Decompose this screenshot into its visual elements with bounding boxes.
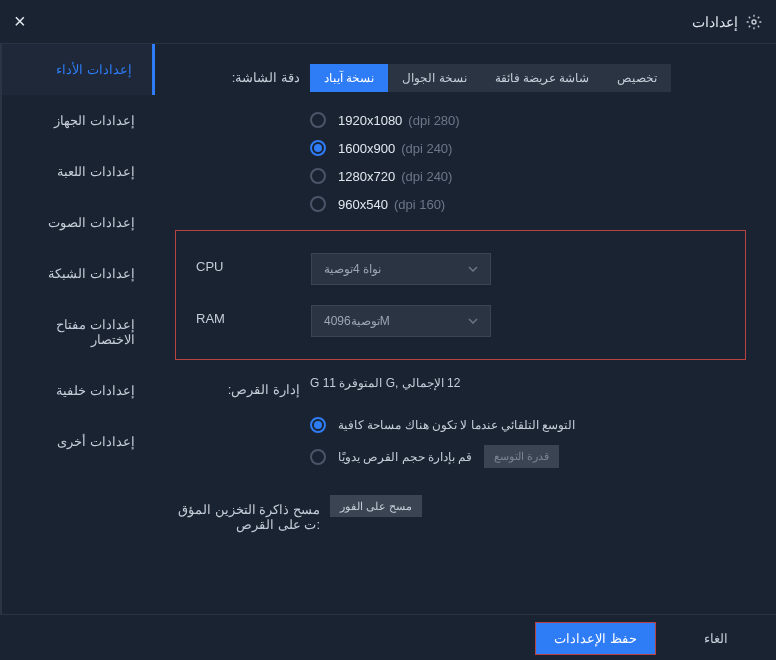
main-panel: :دقة الشاشة نسخة آيباد نسخة الجوال شاشة … <box>155 44 776 614</box>
radio-icon <box>310 417 326 433</box>
resolution-row: :دقة الشاشة نسخة آيباد نسخة الجوال شاشة … <box>175 64 746 92</box>
resolution-tabs: نسخة آيباد نسخة الجوال شاشة عريضة فائقة … <box>310 64 746 92</box>
ram-row: RAM توصية4096M <box>176 295 735 347</box>
header: إعدادات × <box>0 0 776 43</box>
clear-cache-button[interactable]: مسح على الفور <box>330 495 422 517</box>
cpu-value: نواة 4توصية <box>324 262 381 276</box>
sidebar-item-game[interactable]: إعدادات اللعبة <box>2 146 155 197</box>
sidebar-item-network[interactable]: إعدادات الشبكة <box>2 248 155 299</box>
cache-row: مسح ذاكرة التخزين المؤق :ت على القرص مسح… <box>175 496 746 532</box>
resolution-option-540[interactable]: 960x540(dpi 160) <box>310 196 746 212</box>
sidebar-item-background[interactable]: إعدادات خلفية <box>2 365 155 416</box>
tab-custom[interactable]: تخصيص <box>603 64 671 92</box>
disk-auto-expand[interactable]: التوسع التلقائي عندما لا تكون هناك مساحة… <box>310 417 746 433</box>
radio-icon <box>310 196 326 212</box>
chevron-down-icon <box>468 318 478 324</box>
chevron-down-icon <box>468 266 478 272</box>
cpu-label: CPU <box>176 253 311 274</box>
footer: حفظ الإعدادات الغاء <box>0 614 776 660</box>
sidebar-item-sound[interactable]: إعدادات الصوت <box>2 197 155 248</box>
cpu-dropdown[interactable]: نواة 4توصية <box>311 253 491 285</box>
cpu-ram-box: CPU نواة 4توصية RAM توصية4096M <box>175 230 746 360</box>
svg-point-0 <box>752 20 756 24</box>
sidebar-item-other[interactable]: إعدادات أخرى <box>2 416 155 467</box>
disk-manual[interactable]: قم بإدارة حجم القرص يدويًا قدرة التوسع <box>310 445 746 468</box>
resolution-option-1080[interactable]: 1920x1080(dpi 280) <box>310 112 746 128</box>
expand-capacity-button[interactable]: قدرة التوسع <box>484 445 559 468</box>
cancel-button[interactable]: الغاء <box>686 623 746 654</box>
page-title: إعدادات <box>692 14 738 30</box>
resolution-label: :دقة الشاشة <box>175 64 310 85</box>
radio-icon <box>310 168 326 184</box>
resolution-content: نسخة آيباد نسخة الجوال شاشة عريضة فائقة … <box>310 64 746 92</box>
sidebar-item-device[interactable]: إعدادات الجهاز <box>2 95 155 146</box>
resolution-option-900[interactable]: 1600x900(dpi 240) <box>310 140 746 156</box>
resolution-options-row: 1920x1080(dpi 280) 1600x900(dpi 240) 128… <box>175 110 746 212</box>
resolution-option-720[interactable]: 1280x720(dpi 240) <box>310 168 746 184</box>
cache-label: مسح ذاكرة التخزين المؤق :ت على القرص <box>175 496 330 532</box>
radio-icon <box>310 140 326 156</box>
cpu-row: CPU نواة 4توصية <box>176 243 735 295</box>
ram-value: توصية4096M <box>324 314 390 328</box>
disk-info: 12 الإجمالي ,G المتوفرة 11 G <box>310 376 746 390</box>
tab-ipad[interactable]: نسخة آيباد <box>310 64 388 92</box>
container: إعدادات الأداء إعدادات الجهاز إعدادات ال… <box>0 44 776 614</box>
ram-label: RAM <box>176 305 311 326</box>
tab-ultrawide[interactable]: شاشة عريضة فائقة <box>481 64 604 92</box>
close-icon[interactable]: × <box>14 10 26 33</box>
radio-icon <box>310 449 326 465</box>
disk-options-row: التوسع التلقائي عندما لا تكون هناك مساحة… <box>175 415 746 468</box>
sidebar: إعدادات الأداء إعدادات الجهاز إعدادات ال… <box>0 44 155 614</box>
tab-mobile[interactable]: نسخة الجوال <box>388 64 480 92</box>
disk-label: :إدارة القرص <box>175 376 310 397</box>
radio-icon <box>310 112 326 128</box>
gear-icon <box>746 14 762 30</box>
disk-row: :إدارة القرص 12 الإجمالي ,G المتوفرة 11 … <box>175 376 746 397</box>
disk-options: التوسع التلقائي عندما لا تكون هناك مساحة… <box>310 417 746 468</box>
ram-dropdown[interactable]: توصية4096M <box>311 305 491 337</box>
save-button[interactable]: حفظ الإعدادات <box>535 622 656 655</box>
sidebar-item-performance[interactable]: إعدادات الأداء <box>2 44 155 95</box>
resolution-options: 1920x1080(dpi 280) 1600x900(dpi 240) 128… <box>310 112 746 212</box>
header-title-group: إعدادات <box>692 14 762 30</box>
sidebar-item-shortcut[interactable]: إعدادات مفتاح الاختصار <box>2 299 155 365</box>
